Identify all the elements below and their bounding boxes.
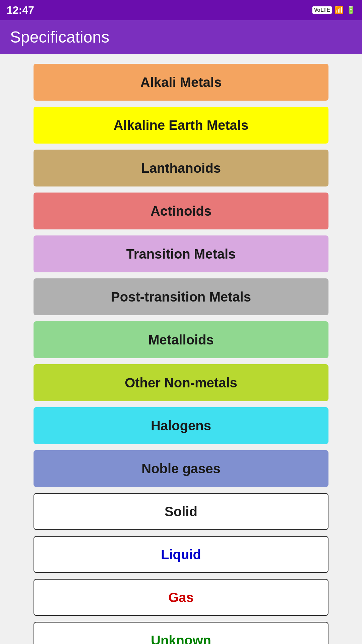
category-btn-halogens[interactable]: Halogens — [34, 407, 328, 444]
category-btn-solid[interactable]: Solid — [34, 493, 328, 530]
category-btn-unknown[interactable]: Unknown — [34, 622, 328, 644]
categories-list: Alkali MetalsAlkaline Earth MetalsLantha… — [0, 54, 362, 644]
category-btn-other-non-metals[interactable]: Other Non-metals — [34, 364, 328, 401]
category-btn-noble-gases[interactable]: Noble gases — [34, 450, 328, 487]
category-btn-lanthanoids[interactable]: Lanthanoids — [34, 150, 328, 186]
signal-icon: 📶 — [335, 6, 344, 14]
category-btn-alkali-metals[interactable]: Alkali Metals — [34, 64, 328, 101]
category-btn-post-transition-metals[interactable]: Post-transition Metals — [34, 278, 328, 315]
battery-icon: 🔋 — [346, 6, 355, 14]
app-header: Specifications — [0, 20, 362, 54]
category-btn-transition-metals[interactable]: Transition Metals — [34, 235, 328, 272]
status-icons: VoLTE 📶 🔋 — [312, 6, 355, 14]
status-bar: 12:47 VoLTE 📶 🔋 — [0, 0, 362, 20]
volte-icon: VoLTE — [312, 6, 332, 14]
page-title: Specifications — [10, 28, 109, 46]
category-btn-gas[interactable]: Gas — [34, 579, 328, 616]
category-btn-alkaline-earth-metals[interactable]: Alkaline Earth Metals — [34, 107, 328, 144]
status-time: 12:47 — [7, 4, 34, 16]
category-btn-metalloids[interactable]: Metalloids — [34, 321, 328, 358]
category-btn-actinoids[interactable]: Actinoids — [34, 193, 328, 229]
category-btn-liquid[interactable]: Liquid — [34, 536, 328, 573]
